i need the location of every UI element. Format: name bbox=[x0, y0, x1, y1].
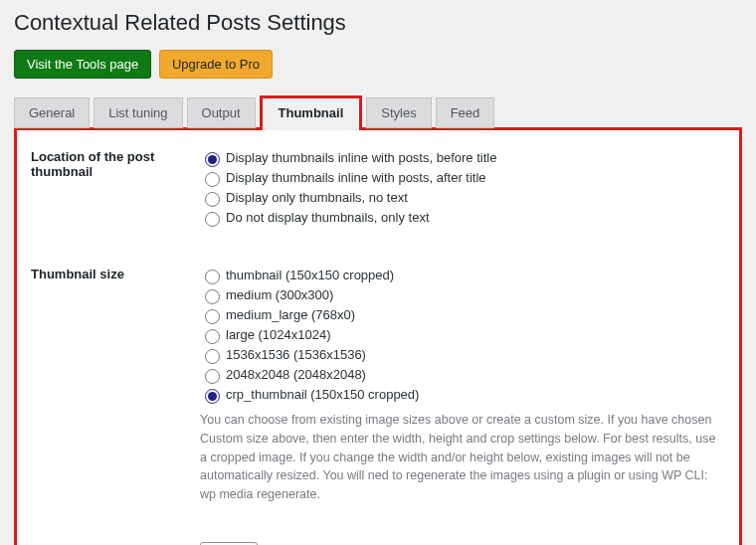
radio-size-medium[interactable] bbox=[205, 289, 220, 304]
radio-size-medium-label: medium (300x300) bbox=[226, 285, 333, 305]
radio-size-medium-large-label: medium_large (768x0) bbox=[226, 305, 355, 325]
radio-location-before[interactable] bbox=[205, 152, 220, 167]
tab-thumbnail[interactable]: Thumbnail bbox=[260, 95, 363, 130]
radio-size-1536-label: 1536x1536 (1536x1536) bbox=[226, 345, 366, 365]
radio-location-before-label: Display thumbnails inline with posts, be… bbox=[226, 148, 496, 168]
tab-styles[interactable]: Styles bbox=[366, 97, 431, 128]
tab-general[interactable]: General bbox=[14, 97, 90, 128]
location-label: Location of the post thumbnail bbox=[31, 148, 200, 179]
settings-panel: Location of the post thumbnail Display t… bbox=[14, 127, 742, 545]
radio-size-crp[interactable] bbox=[205, 389, 220, 404]
tab-output[interactable]: Output bbox=[187, 97, 256, 128]
location-field: Display thumbnails inline with posts, be… bbox=[200, 148, 725, 228]
size-description: You can choose from existing image sizes… bbox=[200, 411, 725, 504]
radio-size-large[interactable] bbox=[205, 329, 220, 344]
radio-location-only-text-label: Do not display thumbnails, only text bbox=[226, 208, 430, 228]
radio-location-only-thumb-label: Display only thumbnails, no text bbox=[226, 188, 408, 208]
tab-feed[interactable]: Feed bbox=[436, 97, 495, 128]
radio-size-large-label: large (1024x1024) bbox=[226, 325, 331, 345]
radio-location-only-thumb[interactable] bbox=[205, 192, 220, 207]
radio-size-1536[interactable] bbox=[205, 349, 220, 364]
radio-location-after-label: Display thumbnails inline with posts, af… bbox=[226, 168, 486, 188]
radio-size-2048[interactable] bbox=[205, 369, 220, 384]
radio-size-2048-label: 2048x2048 (2048x2048) bbox=[226, 365, 366, 385]
radio-size-medium-large[interactable] bbox=[205, 309, 220, 324]
tab-list-tuning[interactable]: List tuning bbox=[94, 97, 182, 128]
tabs: General List tuning Output Thumbnail Sty… bbox=[14, 92, 742, 127]
page-title: Contextual Related Posts Settings bbox=[14, 10, 742, 36]
radio-size-crp-label: crp_thumbnail (150x150 cropped) bbox=[226, 385, 419, 405]
radio-location-only-text[interactable] bbox=[205, 212, 220, 227]
size-field: thumbnail (150x150 cropped) medium (300x… bbox=[200, 266, 725, 504]
radio-size-thumbnail-label: thumbnail (150x150 cropped) bbox=[226, 266, 394, 285]
upgrade-button[interactable]: Upgrade to Pro bbox=[159, 50, 273, 79]
radio-size-thumbnail[interactable] bbox=[205, 270, 220, 284]
visit-tools-button[interactable]: Visit the Tools page bbox=[14, 50, 151, 79]
top-buttons: Visit the Tools page Upgrade to Pro bbox=[14, 50, 742, 79]
radio-location-after[interactable] bbox=[205, 172, 220, 187]
size-label: Thumbnail size bbox=[31, 266, 200, 281]
